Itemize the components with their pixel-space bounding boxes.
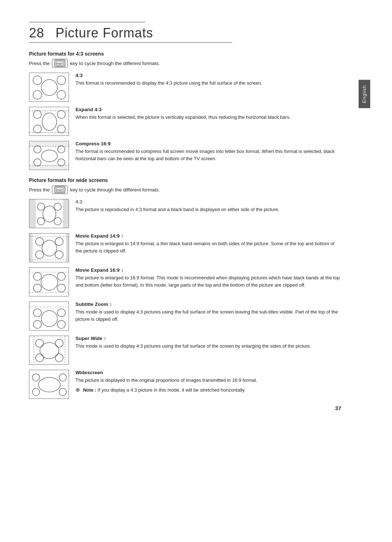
format-key-icon: FMT (52, 59, 68, 68)
format-image-super-wide (29, 336, 69, 365)
format-43-wide-title: 4:3 (75, 199, 341, 205)
format-compress169: Compress 16:9 The format is recommended … (29, 141, 341, 170)
format-super-wide: Super Wide ↕ This mode is used to displa… (29, 336, 341, 365)
format-43-desc: This format is recommended to display th… (75, 80, 341, 87)
format-subtitle-zoom-title: Subtitle Zoom ↕ (75, 302, 341, 307)
format-subtitle-zoom-text: Subtitle Zoom ↕ This mode is used to dis… (75, 302, 341, 323)
svg-rect-40 (66, 234, 69, 262)
format-compress169-title: Compress 16:9 (75, 141, 341, 146)
svg-rect-32 (63, 199, 69, 228)
format-image-expand43 (29, 107, 69, 136)
format-super-wide-text: Super Wide ↕ This mode is used to displa… (75, 336, 341, 350)
svg-rect-38 (29, 234, 69, 262)
format-43-wide-desc: The picture is reproduced in 4:3 format … (75, 206, 341, 213)
format-compress169-desc: The format is recommended to compress fu… (75, 148, 341, 162)
format-image-subtitle-zoom (29, 302, 69, 331)
format-movie-expand-169: Movie Expand 16:9 ↕ The picture is enlar… (29, 267, 341, 296)
svg-rect-9 (29, 107, 69, 136)
section-wide-screens: Picture formats for wide screens Press t… (29, 177, 341, 399)
top-rule (29, 22, 145, 23)
format-image-compress169 (29, 141, 69, 170)
svg-rect-71 (29, 370, 69, 399)
format-movie-169-title: Movie Expand 16:9 ↕ (75, 267, 341, 273)
note-icon: ⊕ (75, 387, 80, 393)
section-43-screens: Picture formats for 4:3 screens Press th… (29, 51, 341, 170)
format-movie-149-desc: The picture is enlarged to 14:9 format, … (75, 240, 341, 254)
svg-rect-63 (29, 336, 69, 365)
format-widescreen-text: Widescreen The picture is displayed in t… (75, 370, 341, 394)
format-image-movie-149 (29, 233, 69, 262)
format-movie-169-desc: The picture is enlarged to 16:9 format. … (75, 274, 341, 288)
section2-press-line: Press the FMT key to cycle through the d… (29, 185, 341, 194)
format-43-text: 4:3 This format is recommended to displa… (75, 73, 341, 87)
svg-rect-19 (29, 165, 69, 170)
format-43-title: 4:3 (75, 73, 341, 78)
format-expand43: Expand 4:3 When this format is selected,… (29, 107, 341, 136)
format-expand43-title: Expand 4:3 (75, 107, 341, 112)
section1-press-line: Press the FMT key to cycle through the d… (29, 59, 341, 68)
section2-heading: Picture formats for wide screens (29, 177, 341, 183)
format-key-icon-2: FMT (52, 185, 68, 194)
format-subtitle-zoom-desc: This mode is used to display 4:3 picture… (75, 308, 341, 323)
format-widescreen-desc: The picture is displayed in the original… (75, 377, 341, 384)
format-movie-expand-149: Movie Expand 14:9 ↕ The picture is enlar… (29, 233, 341, 262)
format-widescreen: Widescreen The picture is displayed in t… (29, 370, 341, 399)
svg-rect-3 (29, 73, 69, 102)
format-subtitle-zoom: Subtitle Zoom ↕ This mode is used to dis… (29, 302, 341, 331)
format-image-movie-169 (29, 267, 69, 296)
page-title: 28 Picture Formats (29, 25, 341, 41)
bottom-title-rule (29, 42, 232, 43)
format-image-widescreen (29, 370, 69, 399)
format-image-43-wide (29, 199, 69, 228)
sidebar-language-label: English (359, 80, 370, 108)
format-expand43-desc: When this format is selected, the pictur… (75, 114, 341, 121)
format-super-wide-title: Super Wide ↕ (75, 336, 341, 341)
format-movie-149-title: Movie Expand 14:9 ↕ (75, 233, 341, 239)
svg-text:FMT: FMT (57, 189, 63, 192)
svg-text:FMT: FMT (57, 62, 63, 65)
page-number: 37 (335, 405, 341, 411)
format-expand43-text: Expand 4:3 When this format is selected,… (75, 107, 341, 121)
format-widescreen-note: ⊕ Note : If you display a 4:3 picture in… (75, 386, 341, 394)
format-image-43 (29, 73, 69, 102)
svg-rect-31 (29, 199, 36, 228)
format-super-wide-desc: This mode is used to display 4:3 picture… (75, 343, 341, 350)
svg-rect-18 (29, 141, 69, 146)
format-43-wide-text: 4:3 The picture is reproduced in 4:3 for… (75, 199, 341, 213)
format-widescreen-title: Widescreen (75, 370, 341, 375)
format-movie-169-text: Movie Expand 16:9 ↕ The picture is enlar… (75, 267, 341, 288)
format-compress169-text: Compress 16:9 The format is recommended … (75, 141, 341, 162)
format-43-wide: 4:3 The picture is reproduced in 4:3 for… (29, 199, 341, 228)
section1-heading: Picture formats for 4:3 screens (29, 51, 341, 57)
svg-rect-39 (29, 234, 33, 262)
format-43: 4:3 This format is recommended to displa… (29, 73, 341, 102)
format-movie-149-text: Movie Expand 14:9 ↕ The picture is enlar… (75, 233, 341, 254)
